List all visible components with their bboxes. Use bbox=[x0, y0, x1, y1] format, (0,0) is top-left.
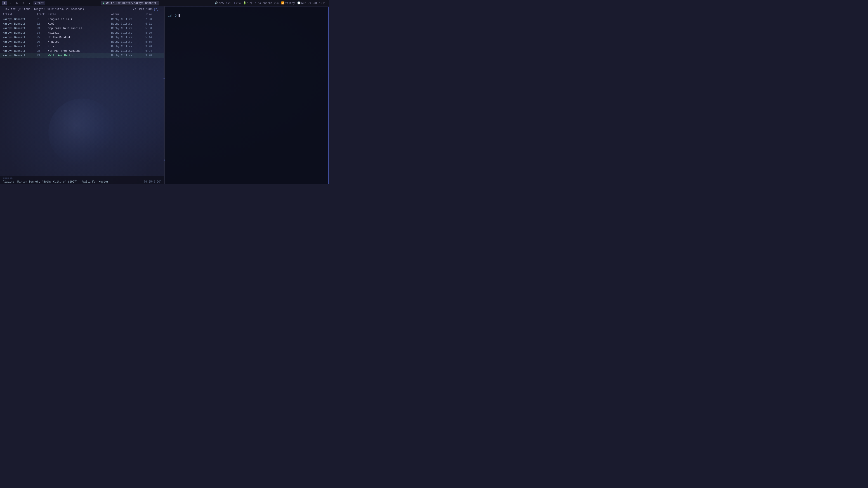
track-time: 6:24 bbox=[138, 50, 152, 53]
track-row[interactable]: Martyn Bennett 05 Ud The Doudouk Bothy C… bbox=[0, 35, 164, 40]
terminal-prompt: zsh bbox=[168, 14, 173, 18]
col-time: Time bbox=[138, 13, 152, 16]
track-artist: Martyn Bennett bbox=[3, 18, 37, 21]
clock-value: Sun 06 Oct 19:18 bbox=[301, 2, 327, 5]
track-time: 9:20 bbox=[138, 54, 152, 57]
terminal-panel[interactable]: ~ zsh ❯ bbox=[165, 7, 329, 184]
track-time: 5:44 bbox=[138, 36, 152, 39]
now-playing-pill: ▶ Waltz For Hector/Martyn Bennett bbox=[101, 1, 159, 5]
volume-value: 62% bbox=[219, 2, 223, 5]
track-album: Bothy Culture bbox=[111, 18, 138, 21]
track-row[interactable]: Martyn Bennett 01 Tongues of Kali Bothy … bbox=[0, 17, 164, 22]
track-title: 4 Notes bbox=[48, 40, 111, 43]
track-row[interactable]: Martyn Bennett 07 Joik Bothy Culture 3:2… bbox=[0, 44, 164, 49]
progress-bar-area: =====> bbox=[3, 177, 162, 180]
track-album: Bothy Culture bbox=[111, 54, 138, 57]
track-artist: Martyn Bennett bbox=[3, 54, 37, 57]
track-album: Bothy Culture bbox=[111, 31, 138, 35]
track-title: Joik bbox=[48, 45, 111, 48]
track-album: Bothy Culture bbox=[111, 45, 138, 48]
track-title: Ud The Doudouk bbox=[48, 36, 111, 39]
track-album: Bothy Culture bbox=[111, 50, 138, 53]
track-num: 03 bbox=[37, 27, 48, 30]
workspace-tab-6[interactable]: 6 bbox=[21, 1, 26, 5]
panel-collapse-arrow[interactable]: ◀ bbox=[162, 76, 165, 80]
battery-icon: 🔋 bbox=[243, 1, 246, 5]
app-icon-symbol: ▶ bbox=[35, 1, 36, 5]
track-title: Aye? bbox=[48, 22, 111, 26]
app-icon: ▶ foot bbox=[33, 1, 45, 5]
brightness-value: 28 bbox=[228, 2, 231, 5]
now-playing-text: Playing: Martyn Bennett "Bothy Culture" … bbox=[3, 180, 108, 184]
track-title: Yer Man From Athlone bbox=[48, 50, 111, 53]
progress-chars: =====> bbox=[3, 177, 13, 180]
now-playing-label: Waltz For Hector/Martyn Bennett bbox=[106, 2, 156, 5]
battery-value: 18% bbox=[247, 2, 252, 5]
track-title: Hallaig bbox=[48, 31, 111, 35]
workspace-tab-2[interactable]: 2 bbox=[8, 1, 13, 5]
track-row[interactable]: Martyn Bennett 08 Yer Man From Athlone B… bbox=[0, 49, 164, 53]
track-title: Shputnik In Glenshiel bbox=[48, 27, 111, 30]
track-row[interactable]: Martyn Bennett 06 4 Notes Bothy Culture … bbox=[0, 40, 164, 44]
track-row[interactable]: Martyn Bennett 02 Aye? Bothy Culture 6:2… bbox=[0, 22, 164, 26]
track-time: 3:26 bbox=[138, 45, 152, 48]
track-title: Tongues of Kali bbox=[48, 18, 111, 21]
terminal-prompt-char: ❯ bbox=[175, 14, 179, 18]
workspace-tab-5[interactable]: 5 bbox=[14, 1, 20, 5]
track-artist: Martyn Bennett bbox=[3, 36, 37, 39]
col-track: Track bbox=[37, 13, 48, 16]
scroll-hint: [z] bbox=[154, 8, 159, 11]
playlist-tracks: Martyn Bennett 01 Tongues of Kali Bothy … bbox=[0, 17, 164, 176]
clock-icon: 🕐 bbox=[297, 1, 301, 5]
playlist-header: Playlist (9 items, length: 58 minutes, 2… bbox=[0, 6, 164, 12]
track-album: Bothy Culture bbox=[111, 36, 138, 39]
col-title: Title bbox=[48, 13, 111, 16]
playlist-info: Playlist (9 items, length: 58 minutes, 2… bbox=[3, 8, 84, 11]
track-title: Waltz For Hector bbox=[48, 54, 111, 57]
terminal-prompt-line[interactable]: zsh ❯ bbox=[168, 13, 326, 18]
mouse-icon: 🖱 bbox=[254, 1, 257, 5]
workspace-tab-1[interactable]: 1 bbox=[2, 1, 7, 5]
track-row[interactable]: Martyn Bennett 04 Hallaig Bothy Culture … bbox=[0, 31, 164, 35]
track-num: 06 bbox=[37, 40, 48, 43]
play-icon: ▶ bbox=[103, 2, 105, 4]
workspace-tab-7[interactable]: 7 bbox=[27, 1, 32, 5]
mouse-stat: 🖱 MX Master 90% bbox=[254, 1, 279, 5]
cpu-stat: ⚙ 02% bbox=[234, 1, 241, 5]
track-num: 08 bbox=[37, 50, 48, 53]
track-num: 05 bbox=[37, 36, 48, 39]
wifi-value: fritzy bbox=[285, 2, 295, 5]
volume-label: Volume: 100% bbox=[133, 8, 152, 11]
playlist-columns: Artist Track Title Album Time bbox=[0, 12, 164, 17]
track-row[interactable]: Martyn Bennett 03 Shputnik In Glenshiel … bbox=[0, 26, 164, 31]
cpu-value: 02% bbox=[236, 2, 241, 5]
track-album: Bothy Culture bbox=[111, 27, 138, 30]
track-artist: Martyn Bennett bbox=[3, 31, 37, 35]
brightness-icon: ☀ bbox=[226, 1, 227, 5]
track-time: 6:21 bbox=[138, 22, 152, 26]
track-row[interactable]: Martyn Bennett 09 Waltz For Hector Bothy… bbox=[0, 53, 164, 58]
terminal-content: ~ zsh ❯ bbox=[165, 7, 329, 184]
player-bottom-bar: =====> Playing: Martyn Bennett "Bothy Cu… bbox=[0, 176, 164, 184]
track-num: 02 bbox=[37, 22, 48, 26]
now-playing-time: [0:25/9:20] bbox=[144, 180, 162, 184]
now-playing-line: Playing: Martyn Bennett "Bothy Culture" … bbox=[3, 180, 162, 184]
brightness-stat: ☀ 28 bbox=[226, 1, 231, 5]
topbar-stats: 🔊 62% ☀ 28 ⚙ 02% 🔋 18% 🖱 MX Master 90% 📶… bbox=[215, 1, 327, 5]
cpu-icon: ⚙ bbox=[234, 1, 235, 5]
panel-expand-arrow[interactable]: ◀ bbox=[162, 158, 165, 162]
topbar: 1 2 5 6 7 ▶ foot ▶ Waltz For Hector/Mart… bbox=[0, 0, 329, 6]
close-hint: — bbox=[160, 8, 162, 11]
volume-icon: 🔊 bbox=[215, 1, 218, 5]
volume-stat: 🔊 62% bbox=[215, 1, 223, 5]
wifi-stat: 📶 fritzy bbox=[281, 1, 295, 5]
music-player-panel: Playlist (9 items, length: 58 minutes, 2… bbox=[0, 6, 164, 184]
track-num: 04 bbox=[37, 31, 48, 35]
track-album: Bothy Culture bbox=[111, 22, 138, 26]
track-artist: Martyn Bennett bbox=[3, 27, 37, 30]
track-artist: Martyn Bennett bbox=[3, 40, 37, 43]
track-time: 7:08 bbox=[138, 18, 152, 21]
clock-stat: 🕐 Sun 06 Oct 19:18 bbox=[297, 1, 327, 5]
battery-stat: 🔋 18% bbox=[243, 1, 252, 5]
mouse-value: MX Master 90% bbox=[258, 2, 279, 5]
